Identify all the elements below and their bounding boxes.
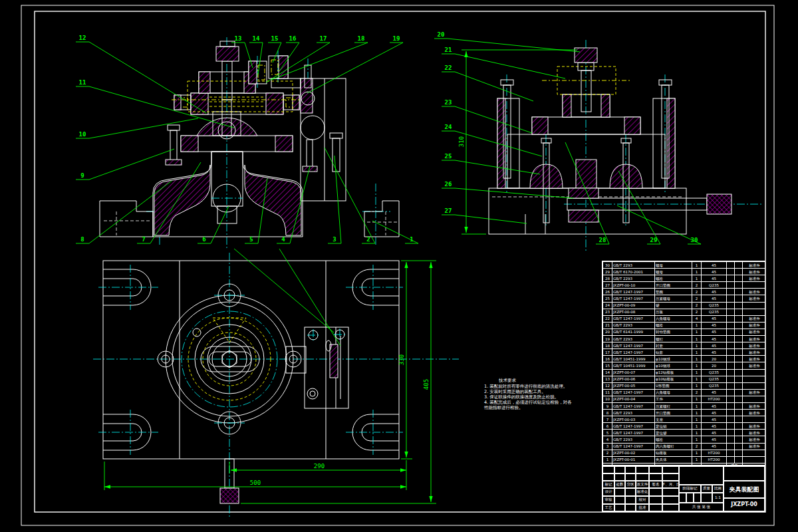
bom-cell-unit-weight [727,282,735,289]
bom-cell-name: 钻套 [655,349,692,356]
bom-cell-qty: 1 [692,396,702,402]
bom-cell-qty: 1 [692,436,702,443]
bom-cell-code: JXZPT-00-04 [612,396,655,402]
bom-cell-material: 20 [702,356,727,362]
rev-header-docno: 更改文件号 [636,481,649,488]
bom-cell-material: Q235 [702,282,727,289]
bom-cell-remark [743,456,766,463]
bom-cell-material: 45 [702,436,727,443]
bom-cell-name: 六角螺母 [655,315,692,322]
bom-cell-total-weight [735,389,743,396]
bom-row: 5 GB/T 1247-1997 定位键 1 45 标准件 [603,430,766,436]
bom-cell-remark [743,450,766,456]
bom-cell-material: 45 [702,416,727,423]
bom-cell-code: GB/T 10451-1999 [612,362,655,369]
bom-cell-qty: 1 [692,362,702,369]
bom-cell-total-weight [735,443,743,450]
callout-9: 9 [80,172,84,179]
bom-cell-code: GB/T 1247-1997 [612,289,655,295]
bom-cell-qty: 1 [692,423,702,430]
bom-cell-material: 45 [702,342,727,349]
bom-cell-no: 6 [603,423,612,430]
callout-12: 12 [79,35,86,41]
bom-cell-total-weight [735,302,743,309]
bom-cell-qty: 1 [692,376,702,382]
bom-cell-no: 9 [603,402,612,409]
bom-cell-code: JXZPT-00-06 [612,376,655,382]
callout-6: 6 [202,236,205,243]
drawing-sheet: 310 [0,0,798,532]
bom-cell-no: 2 [603,450,612,456]
dim-plan-height-inner: 330 [398,354,405,365]
bom-cell-qty: 2 [692,289,702,295]
bom-cell-total-weight [735,309,743,315]
bom-cell-material: 45 [702,389,727,396]
bom-cell-name: 定位键 [655,430,692,436]
bom-cell-name: 定位销 [655,423,692,430]
bom-cell-name: 钻模板 [655,450,692,456]
notes-line: 4. 装配完成后，必须进行试钻定位检验，对各 [484,400,605,405]
bom-row: 13 JXZPT-00-06 φ10钻模板 1 Q235 [603,376,766,382]
bom-row: 6 GB/T 1247-1997 定位销 1 45 标准件 [603,423,766,430]
dim-plan-width-inner: 290 [314,463,325,469]
bom-cell-no: 12 [603,382,612,389]
bom-cell-material: 45 [702,322,727,329]
bom-cell-no: 24 [603,302,612,309]
bom-cell-remark: 标准件 [743,423,766,430]
callout-3: 3 [332,236,336,243]
tb-scale-label: 比例 [712,485,724,493]
callout-15: 15 [271,35,279,42]
tb-material-zone [679,466,724,485]
bom-cell-remark: 标准件 [743,362,766,369]
bom-cell-name: 六角螺母 [655,389,692,396]
callout-8: 8 [80,236,84,243]
bom-cell-total-weight [735,396,743,402]
tb-stage-box [694,493,701,503]
bom-cell-qty: 1 [692,410,702,416]
bom-cell-qty: 2 [692,282,702,289]
tb-approve-label: 批准 [636,504,649,511]
tb-stage-box [679,493,686,503]
bom-cell-no: 17 [603,349,612,356]
bom-row: 26 GB/T 1247-1997 垫圈 2 45 标准件 [603,289,766,295]
bom-cell-remark: 标准件 [743,436,766,443]
bom-cell-total-weight [735,356,743,362]
bom-cell-material: Q235 [702,309,727,315]
bom-cell-total-weight [735,456,743,463]
bom-cell-code: GB/T 1247-1997 [612,295,655,302]
bom-cell-total-weight [735,450,743,456]
bom-cell-unit-weight [727,275,735,282]
bom-cell-code: JXZPT-00-08 [612,309,655,315]
bom-cell-no: 14 [603,369,612,376]
bom-cell-total-weight [735,362,743,369]
tb-process-label: 工艺 [602,504,614,511]
bom-row: 2 JXZPT-00-02 钻模板 1 HT200 [603,450,766,456]
bom-cell-material: 45 [702,315,727,322]
bom-cell-code: JXZPT-00-09 [612,302,655,309]
bom-row: 22 GB/T 1247-1997 六角螺母 4 45 标准件 [603,315,766,322]
bom-cell-total-weight [735,329,743,335]
rev-empty-cell [602,466,614,473]
bom-cell-total-weight [735,269,743,275]
rev-empty-cell [662,466,679,473]
callout-26: 26 [445,181,452,188]
bom-cell-qty: 1 [692,356,702,362]
bom-row: 30 GB/T 2293 螺母 1 45 标准件 [603,262,766,269]
rev-empty-cell [649,466,662,473]
bom-row: 4 GB/T 2293 螺栓 1 45 标准件 [603,436,766,443]
bom-cell-no: 1 [603,456,612,463]
bom-cell-name: 支座 [655,416,692,423]
bom-cell-unit-weight [727,269,735,275]
bom-cell-code: GB/T 2293 [612,322,655,329]
bom-cell-total-weight [735,275,743,282]
rev-empty-cell [636,466,649,473]
bom-cell-no: 29 [603,269,612,275]
bom-cell-material: 45 [702,289,727,295]
bom-cell-no: 19 [603,336,612,342]
tb-sheet-info: 共 张 第 张 [679,503,724,511]
title-block: 标记 处数 分区 更改文件号 签名 年、月、日 设计 标准化 审核 校对 工艺 [602,466,765,512]
rev-header-sign: 签名 [649,481,662,488]
bom-cell-unit-weight [727,302,735,309]
bom-cell-unit-weight [727,356,735,362]
bom-cell-unit-weight [727,342,735,349]
